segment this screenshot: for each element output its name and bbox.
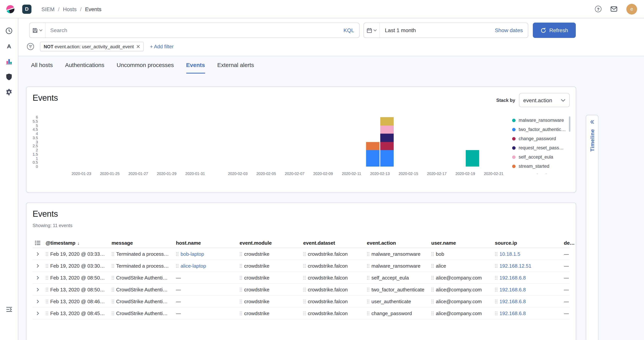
space-badge[interactable]: D <box>22 4 32 13</box>
newsfeed-mail-icon[interactable] <box>610 5 618 13</box>
collapse-menu-icon[interactable] <box>3 303 15 316</box>
cell-value-event_module[interactable]: crowdstrike <box>244 263 270 269</box>
drag-handle-icon[interactable] <box>112 311 114 315</box>
column-header-event.dataset[interactable]: event.dataset <box>300 240 364 246</box>
drag-handle-icon[interactable] <box>112 252 114 256</box>
drag-handle-icon[interactable] <box>303 311 306 315</box>
drag-handle-icon[interactable] <box>240 252 242 256</box>
drag-handle-icon[interactable] <box>367 276 370 280</box>
drag-handle-icon[interactable] <box>303 276 306 280</box>
legend-item-user_authenticate[interactable]: user_authenticate <box>512 171 568 174</box>
cell-value-event_action[interactable]: change_password <box>372 310 412 316</box>
cell-value-timestamp[interactable]: Feb 19, 2020 @ 03:33:20.000 <box>50 251 106 257</box>
drag-handle-icon[interactable] <box>367 311 370 315</box>
cell-value-message[interactable]: CrowdStrike Authentication <box>116 310 170 316</box>
drag-handle-icon[interactable] <box>112 287 114 292</box>
cell-value-event_action[interactable]: user_authenticate <box>372 299 411 304</box>
refresh-button[interactable]: Refresh <box>533 22 576 38</box>
add-filter-button[interactable]: + Add filter <box>150 44 174 49</box>
cell-value-event_module[interactable]: crowdstrike <box>244 287 270 292</box>
cell-value-event_module[interactable]: crowdstrike <box>244 251 270 257</box>
tab-external-alerts[interactable]: External alerts <box>217 62 254 73</box>
legend-item-two_factor_authenticate[interactable]: two_factor_authenticate <box>512 125 568 134</box>
cell-value-event_dataset[interactable]: crowdstrike.falcon <box>308 299 348 304</box>
nav-siem-shield-icon[interactable] <box>3 70 15 83</box>
drag-handle-icon[interactable] <box>46 264 48 268</box>
drag-handle-icon[interactable] <box>112 264 114 268</box>
drag-handle-icon[interactable] <box>303 264 306 268</box>
drag-handle-icon[interactable] <box>46 299 48 304</box>
drag-handle-icon[interactable] <box>303 287 306 292</box>
cell-value-event_dataset[interactable]: crowdstrike.falcon <box>308 251 348 257</box>
drag-handle-icon[interactable] <box>46 311 48 315</box>
cell-value-event_dataset[interactable]: crowdstrike.falcon <box>308 275 348 280</box>
drag-handle-icon[interactable] <box>431 311 434 315</box>
drag-handle-icon[interactable] <box>367 299 370 304</box>
drag-handle-icon[interactable] <box>431 299 434 304</box>
expand-row-button[interactable] <box>32 276 42 280</box>
drag-handle-icon[interactable] <box>46 252 48 256</box>
column-header-host.name[interactable]: host.name <box>173 240 236 246</box>
drag-handle-icon[interactable] <box>240 287 242 292</box>
view-selector-icon[interactable] <box>32 240 42 245</box>
cell-value-user_name[interactable]: bob <box>436 251 444 257</box>
tab-authentications[interactable]: Authentications <box>65 62 104 73</box>
filter-options-icon[interactable] <box>27 43 34 50</box>
drag-handle-icon[interactable] <box>176 264 179 268</box>
drag-handle-icon[interactable] <box>495 311 498 315</box>
filter-pill[interactable]: NOTevent.action: user_activity_audit_eve… <box>40 42 144 51</box>
cell-value-user_name[interactable]: alice@company.com <box>436 299 482 304</box>
cell-value-event_dataset[interactable]: crowdstrike.falcon <box>308 263 348 269</box>
breadcrumb-hosts[interactable]: Hosts <box>54 6 76 12</box>
show-dates-button[interactable]: Show dates <box>495 27 528 33</box>
cell-value-event_dataset[interactable]: crowdstrike.falcon <box>308 287 348 292</box>
drag-handle-icon[interactable] <box>367 264 370 268</box>
expand-row-button[interactable] <box>32 311 42 315</box>
drag-handle-icon[interactable] <box>240 311 242 315</box>
legend-item-malware_ransomware[interactable]: malware_ransomware <box>512 116 568 125</box>
cell-value-message[interactable]: CrowdStrike Authentication <box>116 287 170 292</box>
legend-item-stream_started[interactable]: stream_started <box>512 162 568 171</box>
cell-value-user_name[interactable]: alice@company.com <box>436 287 482 292</box>
legend-scrollbar[interactable] <box>569 116 570 132</box>
cell-value-timestamp[interactable]: Feb 19, 2020 @ 03:30:00.000 <box>50 263 106 269</box>
cell-value-event_dataset[interactable]: crowdstrike.falcon <box>308 310 348 316</box>
date-picker-menu-button[interactable] <box>364 23 380 37</box>
timeline-flyout-button[interactable]: Timeline <box>586 115 598 340</box>
cell-value-user_name[interactable]: alice <box>436 263 446 269</box>
drag-handle-icon[interactable] <box>46 276 48 280</box>
saved-query-menu-button[interactable] <box>30 23 46 37</box>
user-avatar[interactable]: e <box>626 4 637 14</box>
cell-value-message[interactable]: Terminated a process relate... <box>116 251 170 257</box>
expand-row-button[interactable] <box>32 252 42 256</box>
legend-item-change_password[interactable]: change_password <box>512 134 568 143</box>
cell-value-message[interactable]: CrowdStrike Authentication <box>116 299 170 304</box>
drag-handle-icon[interactable] <box>367 287 370 292</box>
cell-value-message[interactable]: CrowdStrike Authentication <box>116 275 170 280</box>
drag-handle-icon[interactable] <box>495 276 498 280</box>
elastic-logo-icon[interactable] <box>5 4 15 14</box>
nav-app-a-icon[interactable]: A <box>3 40 15 52</box>
cell-value-timestamp[interactable]: Feb 13, 2020 @ 08:46:12.362 <box>50 299 106 304</box>
drag-handle-icon[interactable] <box>495 252 498 256</box>
cell-value-message[interactable]: Terminated a process relate... <box>116 263 170 269</box>
cell-value-event_action[interactable]: two_factor_authenticate <box>372 287 424 292</box>
sort-descending-icon[interactable]: ↓ <box>77 241 79 245</box>
column-header-user.name[interactable]: user.name <box>428 240 492 246</box>
cell-value-source_ip[interactable]: 192.168.6.8 <box>500 287 526 292</box>
cell-value-user_name[interactable]: alice@company.com <box>436 310 482 316</box>
column-header-message[interactable]: message <box>108 240 173 246</box>
cell-value-source_ip[interactable]: 192.168.6.8 <box>500 275 526 280</box>
drag-handle-icon[interactable] <box>240 299 242 304</box>
column-header-destination.ip[interactable]: destination.ip <box>561 240 576 246</box>
chart-bar-2020-02-19[interactable] <box>466 150 479 167</box>
column-header-event.module[interactable]: event.module <box>236 240 300 246</box>
kql-language-button[interactable]: KQL <box>338 27 359 33</box>
cell-value-source_ip[interactable]: 192.168.6.8 <box>500 299 526 304</box>
search-input[interactable] <box>46 27 338 33</box>
chart-bar-2020-02-13[interactable] <box>380 117 394 167</box>
nav-management-gear-icon[interactable] <box>3 86 15 98</box>
cell-value-event_action[interactable]: malware_ransomware <box>372 263 420 269</box>
drag-handle-icon[interactable] <box>176 252 179 256</box>
cell-value-timestamp[interactable]: Feb 13, 2020 @ 08:50:20.289 <box>50 275 106 280</box>
